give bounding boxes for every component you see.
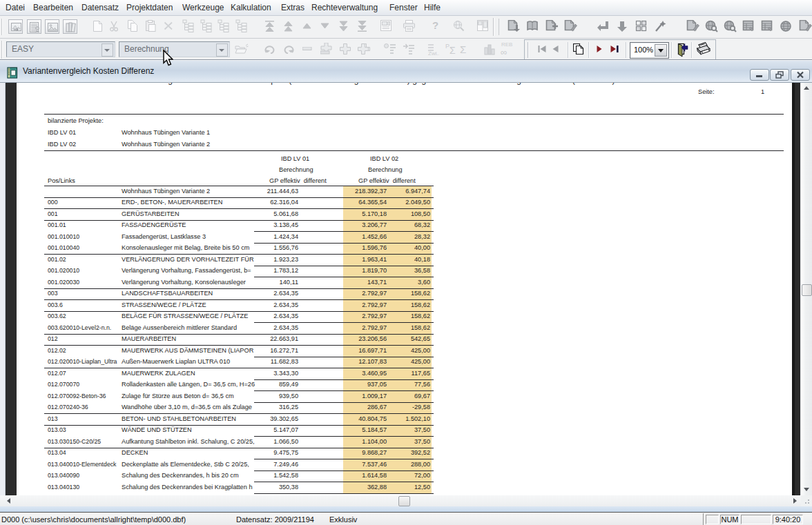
svg-text:∞: ∞: [501, 47, 507, 57]
svg-text:Σ: Σ: [450, 45, 456, 56]
svg-text:Σ: Σ: [460, 43, 466, 55]
svg-text:Zwi..: Zwi..: [428, 50, 439, 56]
